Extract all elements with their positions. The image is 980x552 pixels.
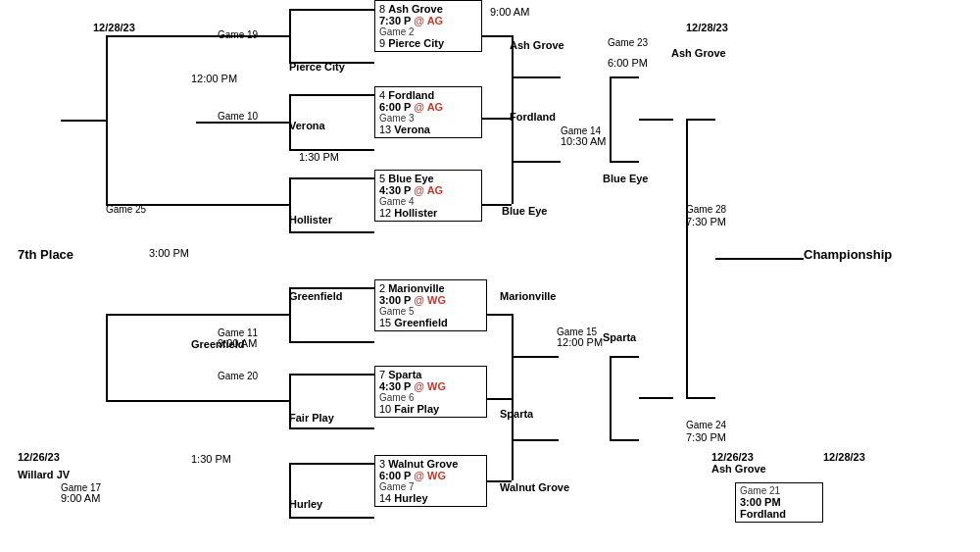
game25-label: Game 25 bbox=[106, 204, 146, 215]
game-5-box: 2 Marionville 3:00 P @ WG Game 5 15 Gree… bbox=[374, 279, 487, 331]
game4-num: Game 4 bbox=[379, 196, 477, 207]
line-g19-left bbox=[106, 35, 196, 37]
game3-team2: Verona bbox=[394, 124, 430, 135]
game-4-box: 5 Blue Eye 4:30 P @ AG Game 4 12 Hollist… bbox=[374, 170, 482, 222]
line-g14-connect bbox=[512, 76, 561, 78]
game9-loc: @ AG bbox=[414, 15, 443, 26]
line-g6-top bbox=[289, 374, 374, 376]
date-1228-right-top: 12/28/23 bbox=[686, 22, 728, 33]
line-g25-outervert bbox=[106, 35, 108, 204]
line-g5-bot bbox=[289, 341, 374, 343]
line-g4-bot bbox=[289, 231, 374, 233]
game20-label: Game 20 bbox=[218, 371, 258, 381]
line-g3-top bbox=[289, 94, 374, 96]
line-g3-bot bbox=[289, 149, 374, 151]
game9-num: Game 2 bbox=[379, 26, 477, 37]
game9-team2: Pierce City bbox=[388, 37, 444, 49]
date-1226-left: 12/26/23 bbox=[18, 451, 60, 463]
game6-team1: Sparta bbox=[388, 369, 421, 380]
ash-grove-right: Ash Grove bbox=[711, 463, 766, 475]
line-g15-connect bbox=[512, 356, 559, 358]
game14-time: 10:30 AM bbox=[561, 135, 606, 147]
game10-time: 1:30 PM bbox=[299, 151, 339, 163]
date-1226-right: 12/26/23 bbox=[711, 451, 754, 463]
line-g25-left bbox=[106, 204, 196, 206]
bracket-container: 8 Ash Grove 7:30 P @ AG Game 2 9 Pierce … bbox=[0, 0, 980, 552]
game7-result: Walnut Grove bbox=[500, 481, 569, 493]
game3-team1: Fordland bbox=[388, 89, 434, 101]
line-g11-left bbox=[106, 314, 196, 316]
game4-team2: Hollister bbox=[394, 207, 437, 219]
date-1228-right-bottom: 12/28/23 bbox=[823, 451, 865, 463]
game3-loc: @ AG bbox=[414, 101, 443, 113]
line-g11-outervert bbox=[106, 314, 108, 400]
game6-result: Sparta bbox=[500, 408, 533, 420]
line-g23-left-bot bbox=[610, 161, 639, 163]
game9-time: 9:00 AM bbox=[490, 6, 529, 18]
line-g19-right bbox=[196, 35, 289, 37]
sparta-result: Sparta bbox=[603, 331, 636, 343]
game5-loc: @ WG bbox=[414, 294, 446, 306]
game3-result: Fordland bbox=[510, 111, 556, 123]
line-g5-right bbox=[487, 314, 512, 316]
line-g6-vert bbox=[289, 374, 291, 427]
game23-time: 6:00 PM bbox=[608, 57, 648, 69]
game3-num: Game 3 bbox=[379, 113, 477, 124]
game6-team2: Fair Play bbox=[394, 403, 439, 415]
game-6-box: 7 Sparta 4:30 P @ WG Game 6 10 Fair Play bbox=[374, 366, 487, 418]
line-final-top bbox=[686, 119, 715, 121]
game5-team2: Greenfield bbox=[394, 317, 447, 328]
game6-num: Game 6 bbox=[379, 392, 482, 403]
line-g24-connect bbox=[512, 439, 559, 441]
game25-time: 3:00 PM bbox=[149, 247, 189, 259]
game28-label: Game 28 bbox=[686, 204, 726, 215]
line-g24-left-bot bbox=[610, 439, 639, 441]
game23-label: Game 23 bbox=[608, 37, 648, 48]
game21-num: Game 21 bbox=[740, 485, 818, 496]
game-7-box: 3 Walnut Grove 6:00 P @ WG Game 7 14 Hur… bbox=[374, 455, 487, 507]
game11-label: Game 11 bbox=[218, 327, 258, 338]
game7-loc: @ WG bbox=[414, 470, 446, 481]
game5-team1: Marionville bbox=[388, 282, 444, 294]
game7-team2: Hurley bbox=[394, 492, 427, 504]
blue-eye-result: Blue Eye bbox=[603, 173, 648, 184]
greenfield-team2: Greenfield bbox=[191, 338, 244, 350]
game4-team1: Blue Eye bbox=[388, 173, 433, 184]
line-g7-vert bbox=[289, 463, 291, 517]
line-g20-left bbox=[106, 400, 196, 402]
game-9-box: 8 Ash Grove 7:30 P @ AG Game 2 9 Pierce … bbox=[374, 0, 482, 52]
line-g7-bot bbox=[289, 517, 374, 519]
line-g7-top bbox=[289, 463, 374, 465]
line-g3-right bbox=[482, 118, 512, 120]
game-21-box: Game 21 3:00 PM Fordland bbox=[735, 482, 823, 523]
hurley-team: Hurley bbox=[289, 498, 322, 510]
line-seventh-out bbox=[61, 120, 106, 122]
line-g9-right bbox=[482, 35, 512, 37]
line-g25-right bbox=[196, 204, 289, 206]
line-g23-vert bbox=[610, 76, 612, 161]
game20-time: 1:30 PM bbox=[191, 453, 231, 465]
line-g5-top bbox=[289, 287, 374, 289]
game15-time: 12:00 PM bbox=[557, 336, 603, 348]
game28-time: 7:30 PM bbox=[686, 216, 726, 227]
line-g9-vert bbox=[289, 9, 291, 62]
game24-time: 7:30 PM bbox=[686, 431, 726, 443]
game9-team1: Ash Grove bbox=[388, 3, 443, 15]
line-g23-left-top bbox=[610, 76, 639, 78]
line-g9-left-bot bbox=[289, 62, 374, 64]
line-g4-vert bbox=[289, 177, 291, 231]
line-g24-left-top bbox=[610, 356, 639, 358]
game5-num: Game 5 bbox=[379, 306, 482, 317]
game10-label: Game 10 bbox=[218, 111, 258, 122]
line-final-bot bbox=[686, 397, 715, 399]
line-g4-right bbox=[482, 204, 512, 206]
verona-team: Verona bbox=[289, 120, 325, 131]
game-3-box: 4 Fordland 6:00 P @ AG Game 3 13 Verona bbox=[374, 86, 482, 138]
greenfield-team: Greenfield bbox=[289, 290, 342, 302]
line-g24-out bbox=[639, 397, 673, 399]
fair-play-team: Fair Play bbox=[289, 412, 334, 424]
line-g10-right bbox=[196, 122, 289, 124]
line-g6-bot bbox=[289, 427, 374, 429]
game24-label: Game 24 bbox=[686, 420, 726, 430]
game23-result: Ash Grove bbox=[671, 47, 726, 59]
